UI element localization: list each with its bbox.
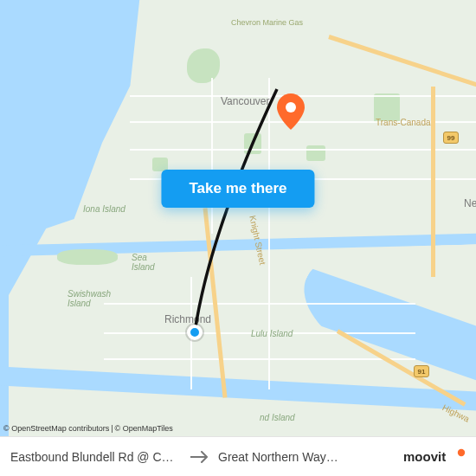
- route-from: Eastbound Blundell Rd @ C…: [10, 450, 182, 464]
- grid: [268, 78, 270, 389]
- label-new: Ne: [464, 197, 476, 209]
- label-lulu: Lulu Island: [251, 329, 293, 338]
- label-richmond: Richmond: [164, 313, 211, 325]
- svg-point-0: [286, 102, 296, 113]
- map-attribution: © OpenStreetMap contributors|© OpenMapTi…: [3, 424, 173, 433]
- take-me-there-button[interactable]: Take me there: [161, 170, 314, 208]
- grid: [130, 149, 476, 151]
- highway-transcanada-2: [431, 87, 435, 277]
- label-nd: nd Island: [260, 413, 295, 422]
- park-1: [187, 48, 220, 83]
- arrow-icon: [190, 451, 209, 463]
- label-trans-canada: Trans-Canada: [376, 118, 431, 127]
- bottom-bar: Eastbound Blundell Rd @ C… Great Norther…: [0, 436, 476, 476]
- svg-text:moovit: moovit: [403, 449, 446, 464]
- route-to: Great Northern Way…: [218, 450, 369, 464]
- attr-tiles[interactable]: © OpenMapTiles: [115, 424, 173, 433]
- map[interactable]: Chevron Marine Gas Vancouver Richmond Ne…: [0, 0, 476, 476]
- park-3: [306, 145, 325, 161]
- park-2: [244, 133, 261, 154]
- moovit-logo[interactable]: moovit: [403, 447, 466, 466]
- grid: [211, 78, 213, 234]
- grid: [104, 358, 415, 360]
- svg-point-2: [458, 448, 465, 455]
- label-swishwash: Swishwash Island: [68, 289, 111, 308]
- label-iona: Iona Island: [83, 204, 125, 214]
- shield-99: 99: [443, 132, 459, 144]
- shield-91: 91: [414, 365, 429, 377]
- grid: [104, 303, 415, 305]
- marker-start[interactable]: [187, 325, 203, 340]
- poi-chevron: Chevron Marine Gas: [231, 19, 303, 28]
- label-sea: Sea Island: [132, 253, 155, 272]
- attr-osm[interactable]: © OpenStreetMap contributors: [3, 424, 109, 433]
- label-vancouver: Vancouver: [221, 95, 269, 107]
- park-4: [57, 249, 118, 265]
